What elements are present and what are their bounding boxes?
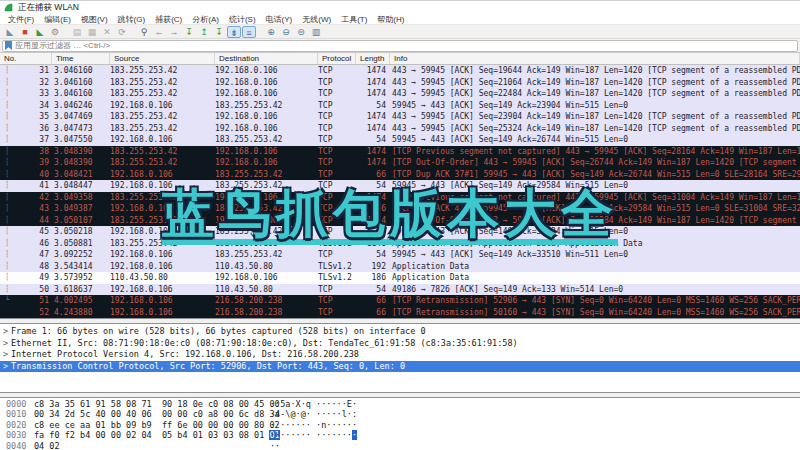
zoom-100-icon[interactable]: ⊜ — [294, 26, 308, 38]
packet-no: 40 — [14, 169, 52, 181]
detail-line[interactable]: >Ethernet II, Src: 08:71:90:18:0e:c0 (08… — [0, 338, 800, 350]
detail-line[interactable]: >Transmission Control Protocol, Src Port… — [0, 361, 800, 373]
packet-info: 59945 → 443 [ACK] Seq=149 Ack=29584 Win=… — [390, 180, 800, 192]
packet-destination: 183.255.253.42 — [215, 100, 318, 112]
go-to-bottom-icon[interactable]: ↧ — [212, 26, 226, 38]
packet-row[interactable]: ┆333.046160183.255.253.42192.168.0.106TC… — [0, 88, 800, 100]
packet-row[interactable]: ┆313.046160183.255.253.42192.168.0.106TC… — [0, 65, 800, 77]
packet-time: 3.048390 — [52, 146, 110, 158]
column-header-time[interactable]: Time — [52, 53, 110, 64]
related-packet-mark: ┆ — [0, 100, 14, 112]
packet-source: 192.168.0.106 — [110, 261, 215, 273]
hex-line[interactable]: 004004 02·· — [6, 441, 800, 450]
capture-options-icon[interactable]: ⚙ — [48, 26, 62, 38]
packet-row[interactable]: ┆403.048421192.168.0.106183.255.253.42TC… — [0, 169, 800, 181]
hex-dump-pane: 0000c8 3a 35 61 91 58 08 71 90 18 0e c0 … — [0, 398, 800, 450]
menu-item-analyze[interactable]: 分析(A) — [187, 14, 224, 25]
column-header-length[interactable]: Length — [356, 53, 390, 64]
hex-bytes: c8 3a 35 61 91 58 08 71 90 18 0e c0 08 0… — [34, 399, 270, 409]
packet-row[interactable]: ┆383.048390183.255.253.42192.168.0.106TC… — [0, 146, 800, 158]
detail-line[interactable]: >Frame 1: 66 bytes on wire (528 bits), 6… — [0, 326, 800, 338]
hex-ascii: ········ ·n······ — [270, 420, 357, 430]
packet-row[interactable]: ┆353.047469183.255.253.42192.168.0.106TC… — [0, 111, 800, 123]
menu-item-help[interactable]: 帮助(H) — [372, 14, 409, 25]
packet-source: 192.168.0.106 — [110, 249, 215, 261]
stop-capture-icon[interactable]: ■ — [18, 26, 32, 38]
go-back-icon[interactable]: ← — [152, 26, 166, 38]
detail-line[interactable]: >Internet Protocol Version 4, Src: 192.1… — [0, 349, 800, 361]
menu-item-capture[interactable]: 捕获(C) — [150, 14, 187, 25]
hex-line[interactable]: 0030fa f0 f2 b4 00 00 02 04 05 b4 01 03 … — [6, 430, 800, 440]
packet-no: 43 — [14, 203, 52, 215]
display-filter-input[interactable] — [15, 41, 797, 51]
hex-ascii: ········ ········ — [270, 430, 357, 440]
column-header-source[interactable]: Source — [110, 53, 215, 64]
hex-line[interactable]: 0000c8 3a 35 61 91 58 08 71 90 18 0e c0 … — [6, 399, 800, 409]
open-file-icon[interactable]: ▤ — [70, 26, 84, 38]
packet-length: 66 — [356, 169, 390, 181]
packet-length: 1474 — [356, 215, 390, 227]
packet-row[interactable]: ┆343.046246192.168.0.106183.255.253.42TC… — [0, 100, 800, 112]
restart-capture-icon[interactable]: ◣ — [33, 26, 47, 38]
zoom-in-icon[interactable]: ⊕ — [264, 26, 278, 38]
column-header-no[interactable]: No. — [0, 53, 52, 64]
packet-row[interactable]: ┆393.048390183.255.253.42192.168.0.106TC… — [0, 157, 800, 169]
expander-icon[interactable]: > — [3, 349, 11, 361]
packet-row[interactable]: ┆423.049358183.255.253.42192.168.0.106TC… — [0, 192, 800, 204]
expander-icon[interactable]: > — [3, 338, 11, 350]
column-header-info[interactable]: Info — [390, 53, 800, 64]
packet-row[interactable]: ┆503.618637192.168.0.106110.43.50.80TCP5… — [0, 284, 800, 296]
menu-item-wireless[interactable]: 无线(W) — [297, 14, 336, 25]
packet-no: 52 — [14, 307, 52, 319]
save-file-icon[interactable]: ▦ — [85, 26, 99, 38]
packet-row[interactable]: ┆373.047550192.168.0.106183.255.253.42TC… — [0, 134, 800, 146]
reload-icon[interactable]: ⟳ — [115, 26, 129, 38]
packet-destination: 192.168.0.106 — [215, 88, 318, 100]
hex-line[interactable]: 001000 34 2d 5c 40 00 40 06 00 00 c0 a8 … — [6, 409, 800, 419]
packet-row[interactable]: ┆363.047473183.255.253.42192.168.0.106TC… — [0, 123, 800, 135]
menu-item-tools[interactable]: 工具(T) — [336, 14, 372, 25]
packet-time: 3.543414 — [52, 261, 110, 273]
menu-item-file[interactable]: 文件(F) — [3, 14, 39, 25]
packet-time: 3.046160 — [52, 65, 110, 77]
hex-line[interactable]: 0020c8 ee ce aa 01 bb 09 b9 ff 6e 00 00 … — [6, 420, 800, 430]
menu-item-edit[interactable]: 编辑(E) — [39, 14, 76, 25]
find-packet-icon[interactable]: ⚲ — [137, 26, 151, 38]
column-header-destination[interactable]: Destination — [215, 53, 318, 64]
packet-length: 186 — [356, 272, 390, 284]
expander-icon[interactable]: > — [3, 326, 11, 338]
packet-protocol: TCP — [318, 180, 356, 192]
packet-row[interactable]: ┆433.049387192.168.0.106183.255.253.42TC… — [0, 203, 800, 215]
packet-row[interactable]: ┆413.048447192.168.0.106183.255.253.42TC… — [0, 180, 800, 192]
menu-item-statistics[interactable]: 统计(S) — [224, 14, 261, 25]
resize-columns-icon[interactable]: ▥ — [309, 26, 323, 38]
column-header-protocol[interactable]: Protocol — [318, 53, 356, 64]
expander-icon[interactable]: > — [3, 361, 11, 373]
go-to-packet-icon[interactable]: ↧ — [182, 26, 196, 38]
go-forward-icon[interactable]: → — [167, 26, 181, 38]
packet-length: 54 — [356, 226, 390, 238]
packet-time: 3.046160 — [52, 88, 110, 100]
packet-row[interactable]: ┆473.092252192.168.0.106183.255.253.42TC… — [0, 249, 800, 261]
packet-row[interactable]: 524.243880192.168.0.106216.58.200.238TCP… — [0, 307, 800, 319]
close-capture-icon[interactable]: ✕ — [100, 26, 114, 38]
menu-item-view[interactable]: 视图(V) — [76, 14, 113, 25]
packet-destination: 183.255.253.42 — [215, 203, 318, 215]
menu-item-go[interactable]: 跳转(G) — [113, 14, 151, 25]
colorize-icon[interactable]: ≡ — [242, 26, 256, 38]
menu-item-telephony[interactable]: 电话(Y) — [261, 14, 298, 25]
packet-row[interactable]: ┆323.046160183.255.253.42192.168.0.106TC… — [0, 77, 800, 89]
filter-bookmark-icon[interactable] — [5, 41, 12, 50]
start-capture-icon[interactable]: ◣ — [3, 26, 17, 38]
zoom-out-icon[interactable]: ⊖ — [279, 26, 293, 38]
auto-scroll-icon[interactable]: ⇟ — [227, 26, 241, 38]
packet-info: [TCP Out-Of-Order] 443 → 59945 [ACK] Seq… — [390, 157, 800, 169]
packet-row[interactable]: ┆453.050218192.168.0.106183.255.253.42TC… — [0, 226, 800, 238]
packet-row[interactable]: ┆463.050881183.255.253.42192.168.0.106TL… — [0, 238, 800, 250]
packet-protocol: TCP — [318, 226, 356, 238]
packet-row[interactable]: └514.002495192.168.0.106216.58.200.238TC… — [0, 295, 800, 307]
packet-row[interactable]: ┆483.543414192.168.0.106110.43.50.80TLSv… — [0, 261, 800, 273]
packet-row[interactable]: ┆493.573952110.43.50.80192.168.0.106TLSv… — [0, 272, 800, 284]
packet-row[interactable]: ┆443.050107183.255.253.42192.168.0.106TC… — [0, 215, 800, 227]
go-to-top-icon[interactable]: ↥ — [197, 26, 211, 38]
